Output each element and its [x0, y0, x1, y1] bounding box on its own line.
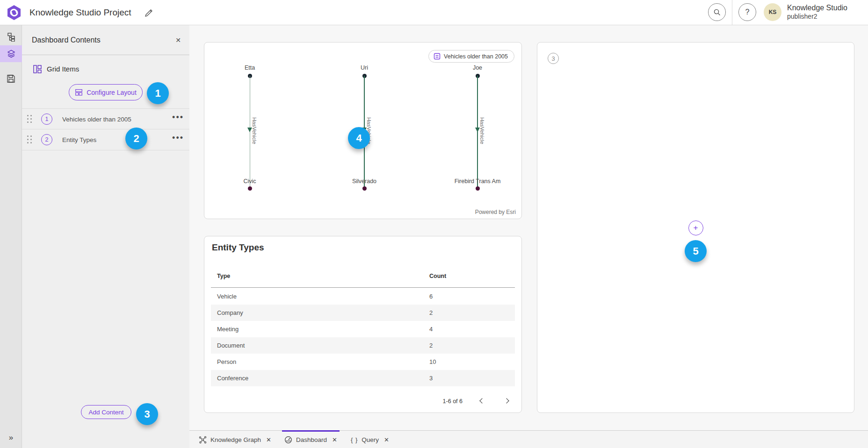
save-icon [7, 74, 15, 83]
add-widget-button[interactable]: + [688, 220, 703, 235]
table-row: Company 2 [211, 305, 515, 321]
graph-node-label: Etta [245, 64, 255, 71]
graph-node-label: Firebird Trans Am [455, 178, 501, 185]
graph-node[interactable] [248, 186, 252, 191]
expand-strip-button[interactable]: » [0, 433, 22, 442]
entity-types-widget: Entity Types Type Count Vehicle 6 Compan… [204, 236, 522, 413]
tab-dashboard[interactable]: Dashboard ✕ [284, 431, 337, 448]
plus-icon: + [694, 223, 698, 233]
panel-title: Dashboard Contents [32, 36, 101, 44]
table-row: Person 10 [211, 354, 515, 370]
graph-chip-label: Vehicles older than 2005 [444, 53, 508, 60]
list-item[interactable]: 1 Vehicles older than 2005 ••• [22, 108, 189, 129]
top-bar: Knowledge Studio Project ? KS Knowledge … [0, 0, 868, 25]
cell-count: 6 [429, 288, 433, 305]
close-tab-icon[interactable]: ✕ [332, 436, 337, 443]
cell-type: Person [217, 354, 236, 370]
item-label: Entity Types [62, 136, 96, 143]
configure-layout-label: Configure Layout [87, 89, 137, 96]
close-tab-icon[interactable]: ✕ [266, 436, 271, 443]
table-row: Document 2 [211, 337, 515, 354]
project-title: Knowledge Studio Project [29, 7, 131, 18]
graph-node[interactable] [476, 186, 480, 191]
search-icon [713, 8, 721, 16]
header-divider [732, 0, 732, 25]
annotation-badge-4: 4 [348, 127, 370, 149]
tab-query[interactable]: { } Query ✕ [351, 431, 389, 448]
table-row: Vehicle 6 [211, 288, 515, 305]
drag-handle-icon[interactable] [27, 135, 32, 144]
graph-node-label: Civic [243, 178, 256, 185]
cell-type: Vehicle [217, 288, 237, 305]
app-window: Knowledge Studio Project ? KS Knowledge … [0, 0, 868, 448]
item-number-badge: 2 [41, 134, 52, 145]
cell-type: Meeting [217, 321, 239, 337]
user-avatar[interactable]: KS [764, 3, 781, 21]
item-options-icon[interactable]: ••• [172, 113, 184, 122]
tab-label: Query [362, 436, 379, 443]
sitemap-icon [7, 32, 16, 42]
table-row: Conference 3 [211, 370, 515, 386]
sidebar-item-save[interactable] [0, 70, 22, 87]
cell-count: 2 [429, 337, 433, 354]
view-tab-bar: Knowledge Graph ✕ Dashboard ✕ { } Query … [189, 430, 868, 448]
cell-type: Document [217, 337, 245, 354]
layers-icon [7, 49, 16, 58]
cell-count: 3 [429, 370, 433, 386]
cell-count: 4 [429, 321, 433, 337]
column-header-type: Type [217, 273, 230, 279]
grid-items-icon [33, 64, 42, 74]
annotation-badge-1: 1 [147, 82, 169, 104]
tab-knowledge-graph[interactable]: Knowledge Graph ✕ [199, 431, 271, 448]
add-content-button[interactable]: Add Content [81, 405, 131, 419]
table-row: Meeting 4 [211, 321, 515, 337]
graph-node[interactable] [362, 186, 367, 191]
annotation-badge-3: 3 [136, 403, 158, 425]
search-button[interactable] [708, 3, 726, 21]
sidebar-item-schema[interactable] [0, 28, 22, 45]
graph-node-label: Uri [361, 64, 368, 71]
annotation-badge-5: 5 [685, 240, 707, 262]
configure-layout-icon [75, 88, 83, 96]
edit-title-icon[interactable] [144, 7, 154, 17]
graph-node-label: Silverado [352, 178, 376, 185]
close-panel-icon[interactable]: ✕ [174, 36, 183, 45]
configure-layout-button[interactable]: Configure Layout [69, 84, 143, 100]
widget-title: Entity Types [212, 242, 264, 253]
help-button[interactable]: ? [738, 3, 756, 21]
cell-type: Conference [217, 370, 248, 386]
item-options-icon[interactable]: ••• [172, 133, 184, 143]
layer-list-icon [434, 53, 441, 60]
grid-items-section: Grid Items [22, 60, 189, 78]
graph-node-label: Joe [473, 64, 482, 71]
cell-count: 2 [429, 305, 433, 321]
tab-label: Dashboard [296, 436, 327, 443]
pagination-label: 1-6 of 6 [443, 398, 463, 405]
tool-strip: » [0, 25, 22, 448]
chevron-right-icon [504, 398, 509, 403]
item-label: Vehicles older than 2005 [62, 116, 131, 123]
graph-edge-label: HasVehicle [479, 117, 485, 144]
column-header-count: Count [429, 273, 446, 279]
drag-handle-icon[interactable] [27, 115, 32, 123]
empty-grid-slot: 3 + [537, 42, 854, 413]
previous-page-button[interactable] [477, 396, 487, 406]
panel-header: Dashboard Contents ✕ [22, 25, 189, 55]
chevron-left-icon [479, 398, 485, 403]
cell-count: 10 [429, 354, 436, 370]
graph-source-chip[interactable]: Vehicles older than 2005 [428, 50, 514, 63]
user-name: Knowledge Studio [787, 3, 847, 13]
dashboard-gauge-icon [284, 436, 292, 444]
list-item[interactable]: 2 Entity Types ••• [22, 129, 189, 150]
close-tab-icon[interactable]: ✕ [384, 436, 389, 443]
sidebar-item-contents[interactable] [0, 45, 22, 62]
braces-icon: { } [351, 436, 358, 443]
next-page-button[interactable] [501, 396, 511, 406]
user-role: publisher2 [787, 13, 847, 21]
table-body: Vehicle 6 Company 2 Meeting 4 Document 2… [211, 288, 515, 386]
dashboard-canvas: Vehicles older than 2005 Etta HasVehicle… [189, 25, 868, 430]
slot-number-badge: 3 [548, 53, 559, 64]
cell-type: Company [217, 305, 243, 321]
tab-label: Knowledge Graph [210, 436, 261, 443]
user-block[interactable]: Knowledge Studio publisher2 [787, 3, 847, 21]
